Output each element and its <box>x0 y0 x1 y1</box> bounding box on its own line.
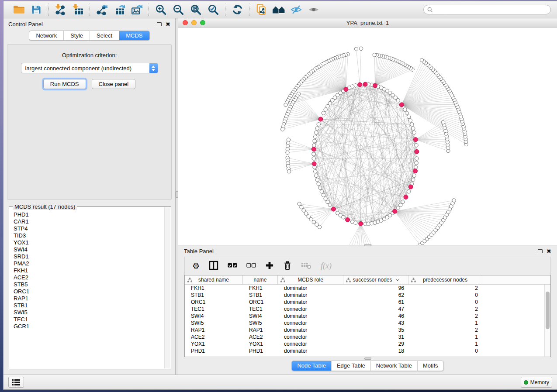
mcds-hub-node-PHD1[interactable] <box>415 149 419 154</box>
network-node[interactable] <box>326 104 329 108</box>
network-node[interactable] <box>322 111 325 115</box>
zoom-fit-button[interactable] <box>188 3 203 17</box>
task-history-button[interactable] <box>8 377 24 388</box>
network-node[interactable] <box>317 123 320 126</box>
network-node[interactable] <box>414 165 418 169</box>
tab-network[interactable]: Network <box>29 31 63 40</box>
network-node[interactable] <box>373 53 376 57</box>
open-button[interactable] <box>11 3 26 17</box>
network-node[interactable] <box>328 101 332 105</box>
network-node[interactable] <box>287 170 291 173</box>
mcds-result-item[interactable]: PMA2 <box>10 260 164 267</box>
network-node[interactable] <box>354 47 358 51</box>
mcds-hub-node-STB5[interactable] <box>311 147 316 151</box>
network-node[interactable] <box>307 215 310 218</box>
splitter-handle[interactable] <box>364 358 371 360</box>
columns-button[interactable] <box>209 261 218 272</box>
network-graph[interactable] <box>178 28 557 245</box>
network-node[interactable] <box>313 139 316 143</box>
table-scrollbar[interactable] <box>544 285 550 357</box>
network-node[interactable] <box>314 170 317 173</box>
network-node[interactable] <box>412 174 416 177</box>
network-node[interactable] <box>412 131 416 134</box>
select-all-button[interactable] <box>228 262 237 271</box>
mcds-hub-node-CAR1[interactable] <box>363 82 367 86</box>
zoom-selected-button[interactable] <box>206 3 221 17</box>
show-all-button[interactable] <box>306 3 321 17</box>
column-header-name[interactable]: name <box>243 275 278 284</box>
network-node[interactable] <box>359 47 363 50</box>
mcds-hub-node-SRD1[interactable] <box>404 195 408 199</box>
mcds-hub-node-FKH1[interactable] <box>399 103 404 107</box>
mcds-result-item[interactable]: SWI5 <box>10 309 164 316</box>
network-node[interactable] <box>452 199 456 202</box>
network-node[interactable] <box>403 108 407 111</box>
table-row[interactable]: ACE2ACE2connector311 <box>185 334 550 340</box>
mcds-hub-node-ACE2[interactable] <box>331 207 336 211</box>
column-header-successor-nodes[interactable]: successor nodes <box>343 275 408 284</box>
network-node[interactable] <box>320 190 323 193</box>
mcds-result-item[interactable]: PHD1 <box>10 211 164 218</box>
network-node[interactable] <box>420 58 424 62</box>
mcds-result-item[interactable]: ORC1 <box>10 288 164 295</box>
network-node[interactable] <box>317 182 320 186</box>
hide-selected-button[interactable] <box>289 3 304 17</box>
close-panel-button[interactable]: Close panel <box>92 79 136 89</box>
table-scrollbar-thumb[interactable] <box>546 292 550 329</box>
splitter-handle[interactable] <box>364 244 371 246</box>
network-node[interactable] <box>314 135 317 138</box>
search-input[interactable] <box>435 7 547 13</box>
network-node[interactable] <box>412 127 415 130</box>
mcds-result-item[interactable]: SRD1 <box>10 253 164 260</box>
mcds-result-list[interactable]: PHD1CAR1STP4TID3YOX1SWI4SRD1PMA2FKH1ACE2… <box>10 211 164 368</box>
save-button[interactable] <box>29 3 44 17</box>
network-node[interactable] <box>318 225 321 229</box>
add-button[interactable] <box>265 261 274 272</box>
zoom-in-button[interactable] <box>153 3 168 17</box>
column-header-MCDS-role[interactable]: MCDS role <box>278 275 343 284</box>
refresh-button[interactable] <box>230 3 245 17</box>
network-node[interactable] <box>354 221 357 224</box>
network-node[interactable] <box>315 174 318 177</box>
mcds-hub-node-SWI5[interactable] <box>359 221 363 226</box>
export-network-button[interactable] <box>94 3 109 17</box>
network-node[interactable] <box>324 197 327 200</box>
float-panel-icon[interactable] <box>538 249 543 253</box>
network-node[interactable] <box>415 144 418 147</box>
column-header-shared-name[interactable]: shared name <box>185 275 243 284</box>
network-node[interactable] <box>326 200 329 203</box>
mcds-result-item[interactable]: FKH1 <box>10 267 164 274</box>
network-node[interactable] <box>312 144 316 147</box>
network-node[interactable] <box>415 157 419 160</box>
network-node[interactable] <box>312 157 315 160</box>
network-canvas[interactable] <box>178 28 557 245</box>
import-network-button[interactable] <box>53 3 68 17</box>
network-node[interactable] <box>410 123 414 126</box>
network-node[interactable] <box>399 203 402 206</box>
mcds-result-item[interactable]: STP4 <box>10 225 164 232</box>
settings-button[interactable]: ⚙ <box>192 262 200 271</box>
export-image-button[interactable] <box>129 3 144 17</box>
memory-button[interactable]: Memory <box>521 377 552 388</box>
network-node[interactable] <box>407 190 410 193</box>
export-table-button[interactable] <box>112 3 127 17</box>
zoom-out-button[interactable] <box>171 3 186 17</box>
network-node[interactable] <box>315 127 319 130</box>
mcds-hub-node-YOX1[interactable] <box>358 83 362 87</box>
mcds-result-item[interactable]: GCR1 <box>10 323 164 330</box>
table-row[interactable]: RAP1RAP1dominator352 <box>185 327 550 334</box>
table-row[interactable]: TEC1TEC1connector472 <box>185 306 550 313</box>
network-node[interactable] <box>324 108 327 111</box>
mcds-hub-node-STB1[interactable] <box>344 87 348 92</box>
network-node[interactable] <box>407 115 410 118</box>
network-node[interactable] <box>284 103 287 107</box>
network-node[interactable] <box>415 161 418 165</box>
mcds-result-item[interactable]: SWI4 <box>10 246 164 253</box>
network-node[interactable] <box>318 186 322 189</box>
mcds-result-item[interactable]: STB1 <box>10 302 164 309</box>
column-header-predecessor-nodes[interactable]: predecessor nodes <box>408 275 482 284</box>
deselect-all-button[interactable] <box>246 262 256 271</box>
network-node[interactable] <box>322 193 325 197</box>
table-row[interactable]: STB1STB1dominator620 <box>185 292 550 299</box>
mcds-result-item[interactable]: RAP1 <box>10 295 164 302</box>
